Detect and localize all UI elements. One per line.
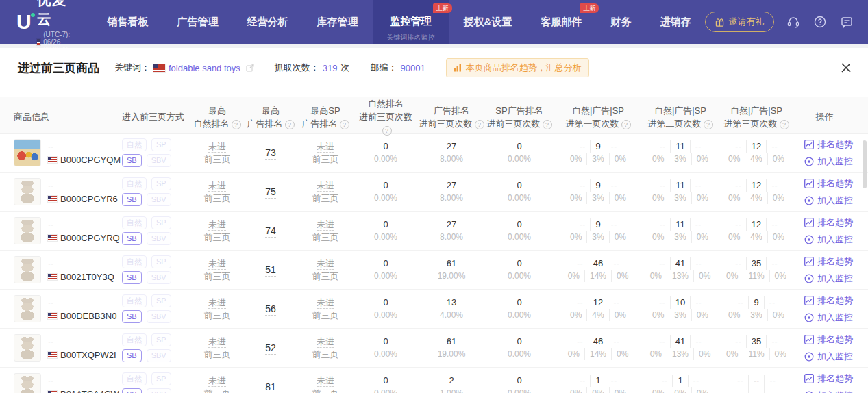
close-icon[interactable]: [841, 62, 852, 73]
best-natural-rank-cell: 未进 前三页: [190, 257, 244, 283]
invite-button[interactable]: 邀请有礼: [705, 12, 774, 32]
trend-chart-icon: [804, 218, 814, 227]
natural-top3-cell: 0 0.00%: [354, 218, 418, 243]
rank-trend-link[interactable]: 排名趋势: [804, 372, 853, 385]
best-sp-ad-rank-cell: 未进 前三页: [297, 218, 354, 244]
page3-count-cell: --12-- 0%4%0%: [718, 140, 795, 165]
us-flag-icon: [153, 64, 165, 72]
sp-ad-top3-cell: 0 0.00%: [485, 296, 554, 321]
help-icon[interactable]: [813, 14, 828, 29]
product-image[interactable]: [14, 139, 41, 166]
col-ad-top3-count: 广告排名进前三页次数: [418, 104, 485, 130]
tag-sb[interactable]: SB: [122, 271, 142, 284]
rank-trend-link[interactable]: 排名趋势: [804, 138, 853, 151]
rank-trend-link[interactable]: 排名趋势: [804, 177, 853, 190]
rank-trend-link[interactable]: 排名趋势: [804, 294, 853, 307]
nav-item-finance[interactable]: 财务: [596, 0, 645, 44]
table-row: -- B000CPGYR6 自然 SP SB SBV 未进 前三页 75 未进: [0, 173, 868, 212]
col-natural-top3-count: 自然排名进前三页次数: [354, 97, 418, 136]
page3-count-cell: --35-- 0%11%0%: [718, 335, 795, 360]
vertical-scrollbar[interactable]: [863, 140, 867, 188]
tag-sb[interactable]: SB: [122, 154, 142, 167]
info-icon[interactable]: [232, 120, 241, 129]
product-image[interactable]: [14, 295, 41, 322]
target-icon: [804, 274, 814, 283]
table-row: -- B00TXQPW2I 自然 SP SB SBV 未进 前三页 52 未进: [0, 329, 868, 368]
brand[interactable]: U 优麦云 (UTC-7): 06/26 03:28:15: [0, 0, 93, 44]
tag-sb[interactable]: SB: [122, 232, 142, 245]
external-link-icon[interactable]: [246, 64, 254, 72]
nav-item-monitoring[interactable]: 监控管理 关键词排名监控 上新: [373, 0, 449, 44]
us-flag-icon: [48, 196, 57, 202]
nav-item-sales-dashboard[interactable]: 销售看板: [93, 0, 163, 44]
best-sp-ad-rank-cell: 未进 前三页: [297, 335, 354, 361]
product-title: --: [48, 375, 119, 386]
page2-count-cell: --11-- 0%3%0%: [643, 179, 718, 204]
best-natural-rank-cell: 未进 前三页: [190, 179, 244, 205]
trend-chart-icon: [804, 335, 814, 344]
rank-trend-link[interactable]: 排名趋势: [804, 216, 853, 229]
message-icon[interactable]: [839, 14, 854, 29]
customer-service-icon[interactable]: [786, 14, 801, 29]
product-image[interactable]: [14, 178, 41, 205]
product-title: --: [48, 219, 120, 230]
target-icon: [804, 196, 814, 205]
tag-sb[interactable]: SB: [122, 349, 142, 362]
col-best-natural-rank: 最高自然排名: [190, 104, 244, 130]
page-title: 进过前三页商品: [18, 60, 99, 76]
rank-trend-link[interactable]: 排名趋势: [804, 255, 853, 268]
best-ad-rank-cell: 81: [244, 381, 297, 392]
product-asin: B00DEBB3N0: [60, 311, 116, 321]
add-monitor-link[interactable]: 加入监控: [804, 233, 853, 246]
info-icon[interactable]: [621, 120, 631, 129]
page3-count-cell: --35-- 0%11%0%: [718, 257, 795, 282]
page2-count-cell: --1-- 0%0%0%: [643, 375, 718, 393]
col-page1-count: 自然|广告|SP进第一页次数: [554, 104, 643, 130]
col-best-ad-rank: 最高广告排名: [244, 104, 297, 130]
product-image[interactable]: [14, 334, 41, 362]
tag-natural: 自然: [122, 177, 147, 190]
trend-summary-button[interactable]: 本页商品排名趋势，汇总分析: [446, 58, 589, 77]
nav-item-business-analysis[interactable]: 经营分析: [233, 0, 303, 44]
tag-sb[interactable]: SB: [122, 193, 142, 206]
info-icon[interactable]: [382, 126, 392, 136]
product-image[interactable]: [14, 217, 41, 244]
add-monitor-link[interactable]: 加入监控: [804, 390, 853, 393]
product-info-cell: -- B000CPGYRQ: [14, 217, 122, 244]
keyword-link[interactable]: foldable sand toys: [169, 63, 240, 73]
tag-sp: SP: [151, 294, 171, 307]
entry-method-cell: 自然 SP SB SBV: [122, 137, 190, 168]
nav-item-purchase-sales[interactable]: 进销存: [645, 0, 705, 44]
add-monitor-link[interactable]: 加入监控: [804, 155, 853, 168]
rank-trend-link[interactable]: 排名趋势: [804, 333, 853, 346]
brand-logo-icon: U: [16, 12, 32, 32]
add-monitor-link[interactable]: 加入监控: [804, 194, 853, 207]
info-icon[interactable]: [285, 120, 295, 129]
entry-method-cell: 自然 SP SB SBV: [122, 293, 190, 325]
info-icon[interactable]: [704, 120, 713, 129]
tag-sb[interactable]: SB: [122, 388, 142, 393]
nav-item-authorization-settings[interactable]: 授权&设置: [449, 0, 527, 44]
trend-chart-icon: [804, 296, 814, 305]
info-icon[interactable]: [340, 120, 349, 129]
info-icon[interactable]: [780, 120, 789, 129]
tag-sbv: SBV: [147, 310, 171, 323]
bar-chart-icon: [454, 64, 462, 72]
add-monitor-link[interactable]: 加入监控: [804, 312, 853, 324]
add-monitor-link[interactable]: 加入监控: [804, 272, 853, 285]
nav-item-customer-email[interactable]: 客服邮件 上新: [526, 0, 596, 44]
info-icon[interactable]: [543, 120, 552, 129]
product-image[interactable]: [14, 256, 41, 283]
nav-item-inventory[interactable]: 库存管理: [303, 0, 373, 44]
tag-sbv: SBV: [147, 349, 171, 362]
product-title: --: [48, 180, 118, 191]
tag-sb[interactable]: SB: [122, 310, 142, 323]
best-natural-rank-cell: 未进 前三页: [190, 296, 244, 322]
tag-natural: 自然: [122, 294, 147, 307]
trend-chart-icon: [804, 179, 814, 188]
add-monitor-link[interactable]: 加入监控: [804, 351, 853, 363]
page1-count-cell: --46-- 0%14%0%: [554, 335, 643, 360]
product-image[interactable]: [14, 373, 41, 393]
nav-item-ad-management[interactable]: 广告管理: [163, 0, 233, 44]
info-icon[interactable]: [475, 120, 484, 129]
